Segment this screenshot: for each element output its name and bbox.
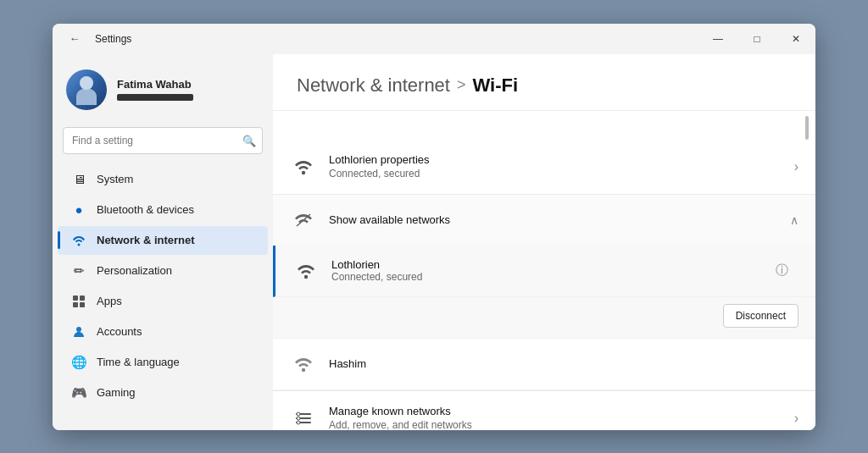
- show-networks-label: Show available networks: [329, 213, 450, 226]
- manage-known-subtitle: Add, remove, and edit networks: [329, 419, 782, 430]
- lothlorien-properties-title: Lothlorien properties: [329, 153, 782, 166]
- svg-rect-3: [73, 302, 78, 307]
- lothlorien-properties-chevron: ›: [794, 159, 798, 174]
- sidebar-item-accounts[interactable]: Accounts: [58, 318, 268, 346]
- sidebar-item-gaming[interactable]: 🎮 Gaming: [58, 378, 268, 407]
- sidebar: Fatima Wahab 🔍 🖥 System ● Bluetooth & de…: [53, 54, 273, 430]
- sidebar-item-system[interactable]: 🖥 System: [58, 165, 268, 194]
- titlebar-controls: — □ ✕: [698, 24, 815, 54]
- gaming-icon: 🎮: [71, 385, 86, 401]
- sidebar-item-network-label: Network & internet: [97, 234, 195, 246]
- accounts-icon: [71, 324, 86, 340]
- breadcrumb: Network & internet > Wi-Fi: [297, 75, 792, 97]
- content-area: Fatima Wahab 🔍 🖥 System ● Bluetooth & de…: [53, 54, 815, 430]
- sidebar-item-gaming-label: Gaming: [97, 386, 136, 399]
- user-email-bar: [117, 94, 193, 101]
- manage-known-section: Manage known networks Add, remove, and e…: [273, 391, 815, 430]
- manage-known-text: Manage known networks Add, remove, and e…: [329, 405, 782, 430]
- svg-point-6: [302, 170, 305, 174]
- main-content-area: Network & internet > Wi-Fi: [273, 54, 815, 430]
- bluetooth-icon: ●: [71, 202, 86, 218]
- manage-known-chevron: ›: [794, 411, 798, 426]
- show-networks-section: Show available networks ∧: [273, 195, 815, 391]
- settings-window: ← Settings — □ ✕ Fatima Wahab 🔍: [53, 24, 815, 430]
- close-button[interactable]: ✕: [776, 24, 815, 54]
- network-icon: [71, 233, 86, 248]
- svg-point-14: [297, 417, 300, 420]
- svg-rect-2: [80, 296, 85, 301]
- show-networks-icon: [290, 207, 317, 234]
- manage-networks-icon: [290, 405, 317, 430]
- hashim-network-item[interactable]: Hashim: [273, 339, 815, 390]
- svg-point-15: [297, 421, 300, 424]
- window-title: Settings: [95, 33, 131, 45]
- hashim-wifi-icon: [290, 351, 317, 378]
- disconnect-row: Disconnect: [273, 297, 815, 339]
- back-button[interactable]: ←: [63, 27, 86, 51]
- connected-network-item: Lothlorien Connected, secured ⓘ: [273, 246, 815, 297]
- sidebar-item-bluetooth[interactable]: ● Bluetooth & devices: [58, 196, 268, 224]
- hashim-network-name: Hashim: [329, 357, 798, 370]
- svg-point-9: [302, 367, 305, 371]
- connected-network-name: Lothlorien: [331, 258, 764, 271]
- search-input[interactable]: [63, 127, 263, 154]
- search-box: 🔍: [63, 127, 263, 154]
- disconnect-button[interactable]: Disconnect: [723, 304, 798, 328]
- lothlorien-properties-item[interactable]: Lothlorien properties Connected, secured…: [273, 140, 815, 194]
- sidebar-item-time-label: Time & language: [97, 356, 180, 368]
- sidebar-item-accounts-label: Accounts: [97, 325, 142, 338]
- titlebar-left: ← Settings: [63, 27, 131, 51]
- sidebar-item-system-label: System: [97, 173, 133, 185]
- svg-point-8: [304, 274, 308, 278]
- sidebar-item-personalization-label: Personalization: [97, 264, 172, 277]
- breadcrumb-separator: >: [457, 76, 466, 94]
- sidebar-item-apps-label: Apps: [97, 295, 122, 307]
- connected-network-text: Lothlorien Connected, secured: [331, 258, 764, 283]
- sidebar-item-time[interactable]: 🌐 Time & language: [58, 348, 268, 377]
- breadcrumb-current: Wi-Fi: [472, 75, 518, 97]
- scroll-indicator: [805, 116, 809, 140]
- lothlorien-properties-section: Lothlorien properties Connected, secured…: [273, 140, 815, 195]
- page-header: Network & internet > Wi-Fi: [273, 54, 815, 111]
- breadcrumb-parent: Network & internet: [297, 75, 450, 97]
- show-networks-chevron: ∧: [790, 213, 798, 227]
- titlebar: ← Settings — □ ✕: [53, 24, 815, 54]
- user-name: Fatima Wahab: [117, 78, 193, 91]
- sidebar-item-apps[interactable]: Apps: [58, 287, 268, 316]
- network-list: Lothlorien Connected, secured ⓘ Disconne…: [273, 246, 815, 390]
- maximize-button[interactable]: □: [737, 24, 776, 54]
- svg-rect-1: [73, 296, 78, 301]
- show-networks-header[interactable]: Show available networks ∧: [273, 195, 815, 246]
- avatar: [66, 69, 107, 110]
- svg-rect-4: [80, 302, 85, 307]
- hashim-network-text: Hashim: [329, 357, 798, 370]
- svg-point-5: [76, 327, 81, 332]
- lothlorien-properties-subtitle: Connected, secured: [329, 168, 782, 180]
- sidebar-item-personalization[interactable]: ✏ Personalization: [58, 257, 268, 285]
- wifi-properties-icon: [290, 153, 317, 180]
- search-icon: 🔍: [242, 134, 256, 146]
- sidebar-item-bluetooth-label: Bluetooth & devices: [97, 203, 194, 216]
- network-info-icon[interactable]: ⓘ: [776, 262, 788, 279]
- user-profile[interactable]: Fatima Wahab: [53, 61, 273, 124]
- user-info: Fatima Wahab: [117, 78, 193, 101]
- svg-point-0: [78, 243, 81, 246]
- connected-network-status: Connected, secured: [331, 271, 764, 283]
- lothlorien-properties-text: Lothlorien properties Connected, secured: [329, 153, 782, 180]
- svg-point-13: [297, 412, 300, 416]
- minimize-button[interactable]: —: [698, 24, 737, 54]
- sidebar-item-network[interactable]: Network & internet: [58, 226, 268, 255]
- manage-known-item[interactable]: Manage known networks Add, remove, and e…: [273, 391, 815, 430]
- connected-wifi-icon: [292, 257, 320, 285]
- system-icon: 🖥: [71, 172, 86, 187]
- manage-known-title: Manage known networks: [329, 405, 782, 417]
- time-icon: 🌐: [71, 355, 86, 370]
- personalization-icon: ✏: [71, 263, 86, 279]
- apps-icon: [71, 294, 86, 309]
